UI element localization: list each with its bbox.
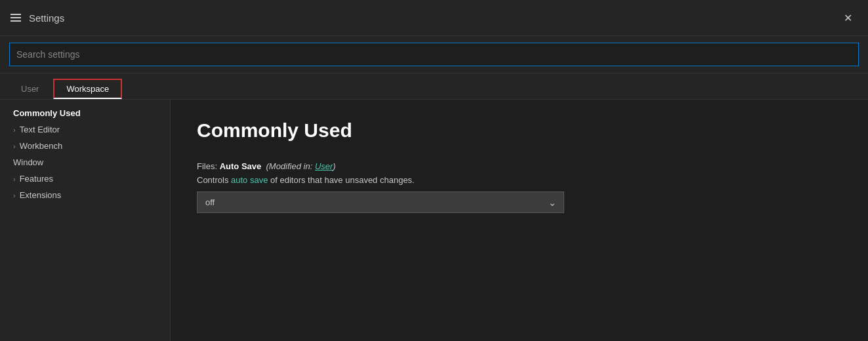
chevron-icon: › bbox=[13, 142, 16, 150]
sidebar-item-label: Features bbox=[20, 174, 53, 184]
chevron-icon: › bbox=[13, 175, 16, 183]
main-layout: Commonly Used › Text Editor › Workbench … bbox=[0, 100, 868, 341]
tabs-row: User Workspace bbox=[0, 73, 868, 100]
sidebar-item-label: Extensions bbox=[20, 190, 62, 200]
sidebar-item-commonly-used[interactable]: Commonly Used bbox=[0, 105, 170, 121]
setting-modified-link[interactable]: User bbox=[315, 161, 333, 171]
chevron-icon: › bbox=[13, 126, 16, 134]
chevron-icon: › bbox=[13, 191, 16, 199]
search-input[interactable] bbox=[9, 43, 859, 66]
auto-save-select[interactable]: off afterDelay onFocusChange onWindowCha… bbox=[197, 191, 564, 213]
setting-select-container: off afterDelay onFocusChange onWindowCha… bbox=[197, 191, 564, 213]
sidebar-item-extensions[interactable]: › Extensions bbox=[0, 187, 170, 203]
setting-label-bold: Auto Save bbox=[220, 161, 262, 171]
title-bar: Settings ✕ bbox=[0, 0, 868, 36]
tab-user[interactable]: User bbox=[9, 80, 51, 99]
sidebar-item-workbench[interactable]: › Workbench bbox=[0, 138, 170, 154]
tab-workspace[interactable]: Workspace bbox=[53, 79, 122, 99]
setting-label-suffix: (Modified in: User) bbox=[261, 161, 335, 171]
search-bar-container bbox=[0, 36, 868, 73]
content-title: Commonly Used bbox=[197, 119, 842, 142]
setting-label: Files: Auto Save (Modified in: User) bbox=[197, 161, 842, 171]
menu-icon[interactable] bbox=[10, 14, 21, 22]
setting-label-prefix: Files: bbox=[197, 161, 220, 171]
setting-desc-suffix: of editors that have unsaved changes. bbox=[268, 175, 414, 185]
title-bar-title: Settings bbox=[29, 12, 831, 24]
setting-description: Controls auto save of editors that have … bbox=[197, 175, 842, 185]
setting-desc-link[interactable]: auto save bbox=[231, 175, 268, 185]
sidebar-item-label: Workbench bbox=[20, 141, 63, 151]
sidebar-item-label: Text Editor bbox=[20, 125, 60, 134]
sidebar-item-label: Window bbox=[13, 157, 43, 167]
sidebar-item-text-editor[interactable]: › Text Editor bbox=[0, 121, 170, 138]
sidebar-item-label: Commonly Used bbox=[13, 108, 81, 118]
setting-desc-prefix: Controls bbox=[197, 175, 231, 185]
sidebar-item-window[interactable]: Window bbox=[0, 154, 170, 170]
sidebar: Commonly Used › Text Editor › Workbench … bbox=[0, 100, 171, 341]
sidebar-item-features[interactable]: › Features bbox=[0, 170, 170, 187]
close-button[interactable]: ✕ bbox=[838, 9, 858, 27]
setting-files-auto-save: Files: Auto Save (Modified in: User) Con… bbox=[197, 161, 842, 213]
content-area: Commonly Used Files: Auto Save (Modified… bbox=[171, 100, 868, 341]
